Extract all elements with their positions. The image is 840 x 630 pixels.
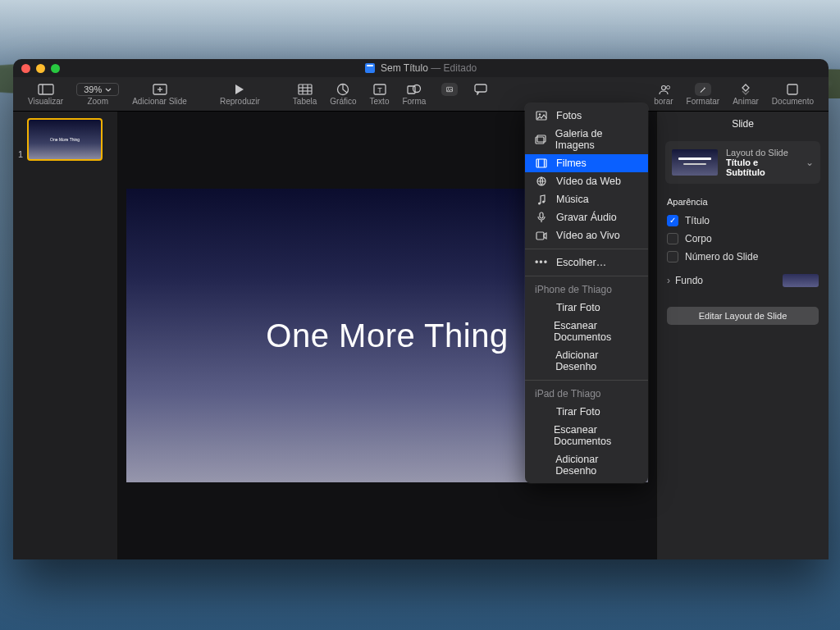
chart-icon [335,83,351,96]
menu-item-movies[interactable]: Filmes [525,154,648,172]
svg-rect-30 [540,212,543,218]
play-icon [231,83,248,96]
layout-label: Layout do Slide [726,148,797,158]
menu-separator [525,380,648,381]
ellipsis-icon: ••• [535,257,548,268]
gallery-icon [535,135,547,144]
slide-title-text[interactable]: One More Thing [266,317,508,354]
minimize-button[interactable] [36,64,45,73]
text-icon: T [372,83,388,96]
chevron-down-icon [105,88,112,92]
titlebar: Sem Título — Editado [13,59,829,77]
svg-rect-5 [299,84,312,94]
slide-thumb-preview: One More Thing [27,118,103,161]
menu-separator [525,249,648,249]
table-button[interactable]: Tabela [286,77,323,112]
background-disclosure[interactable]: › Fundo [657,266,829,287]
menu-item-iphone-photo[interactable]: Tirar Foto [525,299,648,317]
text-button[interactable]: T Texto [363,77,396,112]
svg-point-19 [666,86,669,89]
fullscreen-button[interactable] [51,64,60,73]
media-dropdown: Fotos Galeria de Imagens Filmes Vídeo da… [525,103,648,483]
slide-thumbnail-1[interactable]: 1 One More Thing [18,118,112,161]
svg-point-14 [413,85,420,93]
inspector-tab-slide[interactable]: Slide [657,112,829,136]
svg-rect-20 [788,84,797,94]
add-slide-button[interactable]: Adicionar Slide [126,77,194,112]
table-icon [297,83,313,96]
svg-point-22 [539,113,541,115]
menu-header-ipad: iPad de Thiago [525,385,648,403]
svg-rect-0 [39,84,53,94]
menu-item-choose[interactable]: ••• Escolher… [525,253,648,272]
title-checkbox[interactable]: Título [657,212,829,230]
play-button[interactable]: Reproduzir [194,77,286,112]
format-button[interactable]: Formatar [680,77,727,112]
menu-item-record-audio[interactable]: Gravar Áudio [525,208,648,226]
menu-header-iphone: iPhone de Thiago [525,281,648,299]
photos-icon [535,111,548,121]
slide-navigator: 1 One More Thing [13,112,118,559]
svg-rect-31 [536,232,544,240]
format-inspector: Slide Layout do Slide Título e Subtítulo… [656,112,829,559]
shape-icon [406,83,422,96]
zoom-value[interactable]: 39% [76,83,119,96]
zoom-control[interactable]: 39% Zoom [70,77,126,112]
slide-number: 1 [18,149,23,159]
document-button[interactable]: Documento [765,77,820,112]
svg-rect-25 [536,159,546,167]
menu-item-ipad-scan[interactable]: Escanear Documentos [525,421,648,450]
menu-separator [525,276,648,276]
menu-item-ipad-sketch[interactable]: Adicionar Desenho [525,450,648,480]
shape-button[interactable]: Forma [395,77,432,112]
document-icon [365,63,375,73]
animate-icon [737,83,754,96]
media-button[interactable]: Mídia [432,77,465,112]
svg-rect-13 [408,86,415,94]
close-button[interactable] [21,64,30,73]
background-swatch[interactable] [783,274,819,287]
media-icon [441,83,458,96]
svg-text:T: T [377,86,382,94]
layout-thumbnail [672,149,718,176]
format-icon [695,83,711,96]
body-checkbox[interactable]: Corpo [657,230,829,248]
svg-rect-17 [475,84,486,92]
music-icon [535,194,548,205]
menu-item-iphone-sketch[interactable]: Adicionar Desenho [525,346,648,376]
slide-number-checkbox[interactable]: Número do Slide [657,248,829,266]
chevron-down-icon: ⌄ [806,157,814,168]
checkbox-on-icon [667,215,678,226]
web-video-icon [535,176,548,186]
microphone-icon [535,212,548,223]
edit-layout-button[interactable]: Editar Layout de Slide [667,307,819,325]
collaborate-button[interactable]: borar [647,77,679,112]
camera-icon [535,231,548,240]
window-controls [21,64,60,73]
view-icon [38,83,54,96]
chart-button[interactable]: Gráfico [323,77,363,112]
document-status: Editado [444,62,477,74]
menu-item-music[interactable]: Música [525,190,648,208]
view-button[interactable]: Visualizar [21,77,70,112]
menu-item-ipad-photo[interactable]: Tirar Foto [525,403,648,421]
plus-icon [152,83,168,96]
animate-button[interactable]: Animar [726,77,765,112]
svg-point-29 [542,200,545,203]
slide-layout-picker[interactable]: Layout do Slide Título e Subtítulo ⌄ [665,141,820,184]
menu-item-photos[interactable]: Fotos [525,107,648,125]
menu-item-live-video[interactable]: Vídeo ao Vivo [525,226,648,244]
menu-item-web-video[interactable]: Vídeo da Web [525,172,648,190]
layout-name: Título e Subtítulo [726,158,797,177]
document-icon [784,83,801,96]
comment-icon [472,83,489,96]
document-name: Sem Título [381,62,428,74]
comment-button[interactable]: Com [466,77,496,112]
menu-item-image-gallery[interactable]: Galeria de Imagens [525,125,648,154]
svg-point-16 [448,88,449,89]
movies-icon [535,158,548,168]
svg-point-28 [538,202,541,204]
window-title: Sem Título — Editado [365,62,477,74]
menu-item-iphone-scan[interactable]: Escanear Documentos [525,317,648,346]
collaborate-icon [655,83,672,96]
